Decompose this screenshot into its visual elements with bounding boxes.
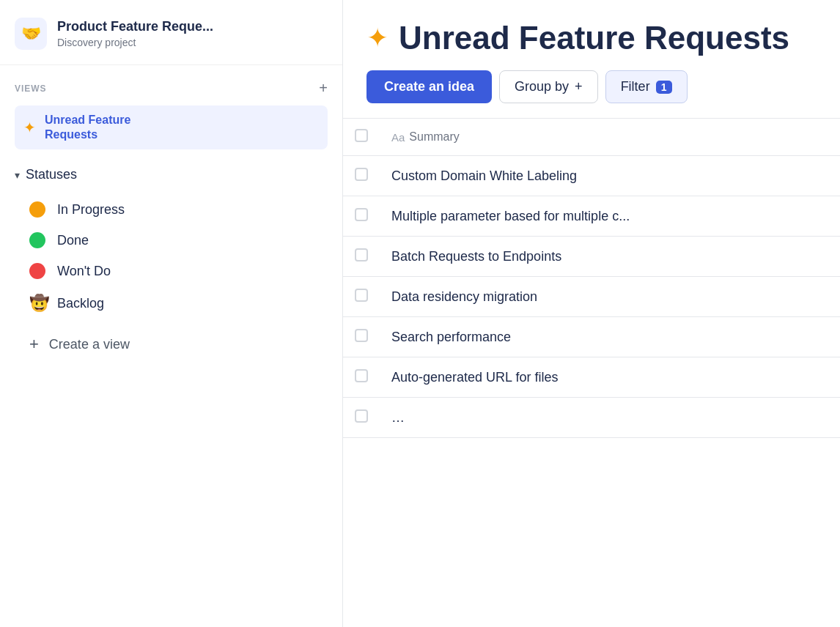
project-icon: 🤝 bbox=[15, 18, 47, 50]
row-checkbox[interactable] bbox=[355, 329, 368, 342]
table-row: Multiple parameter based for multiple c.… bbox=[343, 196, 840, 237]
status-item-wont-do[interactable]: Won't Do bbox=[15, 256, 328, 286]
summary-header-cell: Aa Summary bbox=[380, 119, 840, 156]
table-row: Auto-generated URL for files bbox=[343, 357, 840, 398]
wont-do-label: Won't Do bbox=[57, 264, 111, 279]
views-section: VIEWS + ✦ Unread FeatureRequests bbox=[0, 65, 342, 155]
row-check-cell bbox=[343, 357, 380, 398]
row-title[interactable]: Auto-generated URL for files bbox=[391, 370, 558, 385]
row-checkbox[interactable] bbox=[355, 369, 368, 382]
project-info: Product Feature Reque... Discovery proje… bbox=[57, 19, 213, 48]
row-title-cell: Search performance bbox=[380, 317, 840, 357]
row-check-cell bbox=[343, 156, 380, 196]
main-header: ✦ Unread Feature Requests Create an idea… bbox=[343, 0, 840, 118]
backlog-label: Backlog bbox=[57, 296, 104, 311]
summary-column-header: Aa Summary bbox=[391, 130, 828, 144]
table-row: Batch Requests to Endpoints bbox=[343, 237, 840, 277]
project-subtitle: Discovery project bbox=[57, 37, 213, 48]
page-title: Unread Feature Requests bbox=[399, 21, 789, 56]
row-title[interactable]: Batch Requests to Endpoints bbox=[391, 249, 561, 264]
table-header: Aa Summary bbox=[343, 119, 840, 156]
group-by-plus-icon: + bbox=[575, 79, 583, 94]
row-title[interactable]: … bbox=[391, 410, 405, 425]
summary-header-text: Summary bbox=[409, 130, 459, 144]
row-checkbox[interactable] bbox=[355, 168, 368, 181]
table-row: Search performance bbox=[343, 317, 840, 357]
summary-type-icon: Aa bbox=[391, 131, 405, 144]
done-dot bbox=[29, 232, 45, 248]
done-label: Done bbox=[57, 233, 89, 248]
statuses-section: ▾ Statuses In Progress Done Won't Do 🤠 B… bbox=[0, 155, 342, 363]
row-title-cell: Auto-generated URL for files bbox=[380, 357, 840, 398]
create-view-button[interactable]: + Create a view bbox=[15, 326, 328, 363]
row-title-cell: … bbox=[380, 398, 840, 438]
filter-button[interactable]: Filter 1 bbox=[605, 70, 688, 103]
active-view-sparkle-icon: ✦ bbox=[23, 119, 36, 136]
sidebar-header: 🤝 Product Feature Reque... Discovery pro… bbox=[0, 0, 342, 65]
project-title: Product Feature Reque... bbox=[57, 19, 213, 35]
row-title[interactable]: Multiple parameter based for multiple c.… bbox=[391, 209, 630, 223]
row-title-cell: Custom Domain White Labeling bbox=[380, 156, 840, 196]
statuses-label: Statuses bbox=[26, 167, 77, 182]
page-title-row: ✦ Unread Feature Requests bbox=[366, 21, 817, 56]
chevron-down-icon: ▾ bbox=[15, 169, 20, 181]
status-item-in-progress[interactable]: In Progress bbox=[15, 194, 328, 225]
row-title-cell: Batch Requests to Endpoints bbox=[380, 237, 840, 277]
views-label: VIEWS bbox=[15, 84, 46, 94]
table-row: Custom Domain White Labeling bbox=[343, 156, 840, 196]
sidebar: 🤝 Product Feature Reque... Discovery pro… bbox=[0, 0, 343, 627]
wont-do-dot bbox=[29, 263, 45, 279]
create-view-plus-icon: + bbox=[29, 335, 39, 354]
views-header: VIEWS + bbox=[15, 80, 328, 97]
status-item-done[interactable]: Done bbox=[15, 225, 328, 256]
in-progress-label: In Progress bbox=[57, 202, 125, 218]
row-title[interactable]: Data residency migration bbox=[391, 289, 537, 304]
backlog-emoji-icon: 🤠 bbox=[29, 294, 45, 313]
row-checkbox[interactable] bbox=[355, 208, 368, 221]
create-idea-button[interactable]: Create an idea bbox=[366, 70, 492, 103]
select-all-cell bbox=[343, 119, 380, 156]
add-view-button[interactable]: + bbox=[319, 80, 328, 97]
row-check-cell bbox=[343, 277, 380, 317]
row-title-cell: Data residency migration bbox=[380, 277, 840, 317]
group-by-button[interactable]: Group by + bbox=[499, 70, 598, 103]
table-wrapper: Aa Summary Custom Domain White Labeling bbox=[343, 118, 840, 627]
row-checkbox[interactable] bbox=[355, 248, 368, 261]
table-row: Data residency migration bbox=[343, 277, 840, 317]
row-check-cell bbox=[343, 317, 380, 357]
row-check-cell bbox=[343, 237, 380, 277]
filter-label: Filter bbox=[621, 79, 650, 94]
row-title[interactable]: Custom Domain White Labeling bbox=[391, 168, 577, 183]
row-check-cell bbox=[343, 196, 380, 237]
active-view-item[interactable]: ✦ Unread FeatureRequests bbox=[15, 105, 328, 149]
group-by-label: Group by bbox=[515, 79, 569, 94]
sparkle-icon: ✦ bbox=[366, 23, 388, 53]
table-row: … bbox=[343, 398, 840, 438]
filter-count-badge: 1 bbox=[656, 81, 672, 94]
toolbar: Create an idea Group by + Filter 1 bbox=[366, 70, 817, 103]
select-all-checkbox[interactable] bbox=[355, 129, 368, 142]
status-item-backlog[interactable]: 🤠 Backlog bbox=[15, 286, 328, 320]
row-title-cell: Multiple parameter based for multiple c.… bbox=[380, 196, 840, 237]
row-checkbox[interactable] bbox=[355, 409, 368, 423]
statuses-toggle[interactable]: ▾ Statuses bbox=[15, 167, 328, 182]
table-body: Custom Domain White Labeling Multiple pa… bbox=[343, 156, 840, 438]
create-view-label: Create a view bbox=[49, 337, 130, 352]
in-progress-dot bbox=[29, 201, 45, 218]
main-content: ✦ Unread Feature Requests Create an idea… bbox=[343, 0, 840, 627]
active-view-label: Unread FeatureRequests bbox=[45, 113, 130, 142]
row-check-cell bbox=[343, 398, 380, 438]
row-checkbox[interactable] bbox=[355, 289, 368, 302]
row-title[interactable]: Search performance bbox=[391, 330, 511, 344]
ideas-table: Aa Summary Custom Domain White Labeling bbox=[343, 119, 840, 438]
